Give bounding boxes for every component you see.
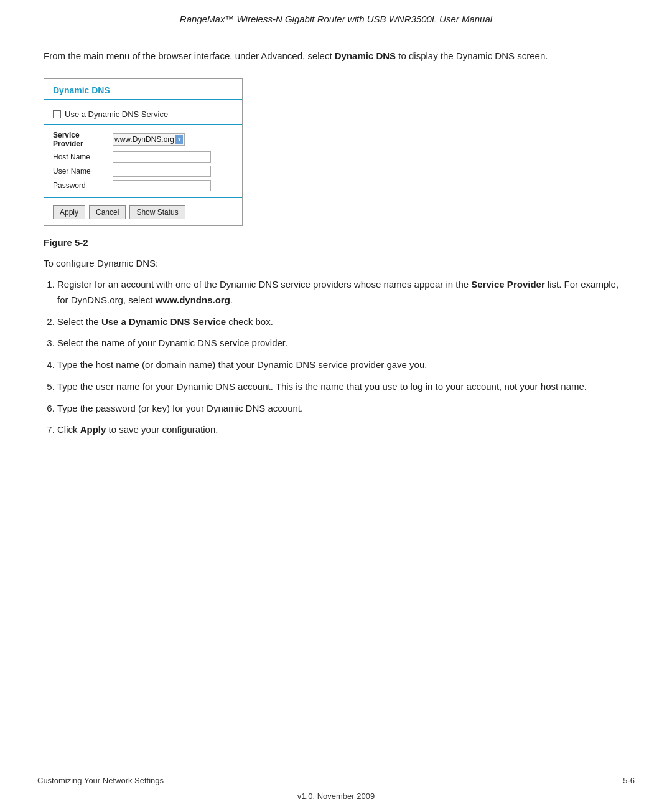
- intro-text-part2: to display the Dynamic DNS screen.: [396, 50, 548, 61]
- header-title: RangeMax™ Wireless-N Gigabit Router with…: [180, 14, 492, 24]
- host-name-row: Host Name: [53, 151, 233, 163]
- user-name-input[interactable]: [113, 166, 211, 177]
- service-provider-label: Service Provider: [53, 131, 109, 148]
- user-name-label: User Name: [53, 167, 109, 176]
- content-area: From the main menu of the browser interf…: [37, 49, 635, 730]
- step5-plain: Type the user name for your Dynamic DNS …: [57, 381, 587, 392]
- step1-part3: .: [230, 295, 233, 305]
- step2-part2: check box.: [226, 316, 273, 327]
- steps-list: Register for an account with one of the …: [57, 277, 628, 438]
- dns-screen-mockup: Dynamic DNS Use a Dynamic DNS Service Se…: [44, 78, 243, 226]
- step1-bold2: www.dyndns.org: [156, 295, 230, 305]
- footer-left: Customizing Your Network Settings: [37, 776, 164, 785]
- step7-part2: to save your configuration.: [106, 424, 218, 435]
- step-6: Type the password (or key) for your Dyna…: [57, 401, 628, 417]
- page-header: RangeMax™ Wireless-N Gigabit Router with…: [37, 0, 635, 31]
- dns-fields-table: Service Provider www.DynDNS.org ▾ Host N…: [44, 131, 242, 191]
- step7-bold1: Apply: [80, 424, 106, 435]
- step-4: Type the host name (or domain name) that…: [57, 357, 628, 373]
- footer-right: 5-6: [623, 776, 635, 785]
- cancel-button[interactable]: Cancel: [89, 205, 126, 219]
- password-label: Password: [53, 181, 109, 190]
- intro-bold: Dynamic DNS: [335, 50, 396, 61]
- host-name-label: Host Name: [53, 153, 109, 161]
- footer-version: v1.0, November 2009: [37, 791, 635, 807]
- step-7: Click Apply to save your configuration.: [57, 422, 628, 438]
- apply-button[interactable]: Apply: [53, 205, 85, 219]
- user-name-row: User Name: [53, 166, 233, 177]
- select-arrow-icon: ▾: [175, 135, 183, 144]
- service-provider-value: www.DynDNS.org ▾: [113, 133, 185, 146]
- step2-part1: Select the: [57, 316, 101, 327]
- service-provider-select[interactable]: www.DynDNS.org ▾: [113, 133, 185, 146]
- step3-plain: Select the name of your Dynamic DNS serv…: [57, 337, 287, 348]
- dns-checkbox-row: Use a Dynamic DNS Service: [44, 106, 242, 125]
- password-row: Password: [53, 180, 233, 191]
- step4-plain: Type the host name (or domain name) that…: [57, 359, 427, 370]
- step-2: Select the Use a Dynamic DNS Service che…: [57, 314, 628, 330]
- step-3: Select the name of your Dynamic DNS serv…: [57, 336, 628, 351]
- step1-bold1: Service Provider: [471, 279, 544, 290]
- page-footer: Customizing Your Network Settings 5-6: [37, 768, 635, 791]
- service-provider-row: Service Provider www.DynDNS.org ▾: [53, 131, 233, 148]
- step2-bold1: Use a Dynamic DNS Service: [101, 316, 226, 327]
- dns-divider: [44, 197, 242, 198]
- use-dns-checkbox[interactable]: [53, 110, 61, 118]
- intro-text-part1: From the main menu of the browser interf…: [44, 50, 335, 61]
- host-name-input[interactable]: [113, 151, 211, 163]
- step1-part1: Register for an account with one of the …: [57, 279, 471, 290]
- config-intro: To configure Dynamic DNS:: [44, 258, 628, 268]
- footer-wrapper: Customizing Your Network Settings 5-6 v1…: [37, 768, 635, 807]
- dns-checkbox-label: Use a Dynamic DNS Service: [65, 110, 168, 119]
- figure-label: Figure 5-2: [44, 237, 628, 248]
- step6-plain: Type the password (or key) for your Dyna…: [57, 403, 303, 413]
- dns-screen-title: Dynamic DNS: [44, 79, 242, 100]
- dns-buttons-row: Apply Cancel Show Status: [44, 203, 242, 225]
- step7-part1: Click: [57, 424, 80, 435]
- intro-paragraph: From the main menu of the browser interf…: [44, 49, 628, 64]
- step-5: Type the user name for your Dynamic DNS …: [57, 379, 628, 395]
- show-status-button[interactable]: Show Status: [129, 205, 185, 219]
- step-1: Register for an account with one of the …: [57, 277, 628, 308]
- password-input[interactable]: [113, 180, 211, 191]
